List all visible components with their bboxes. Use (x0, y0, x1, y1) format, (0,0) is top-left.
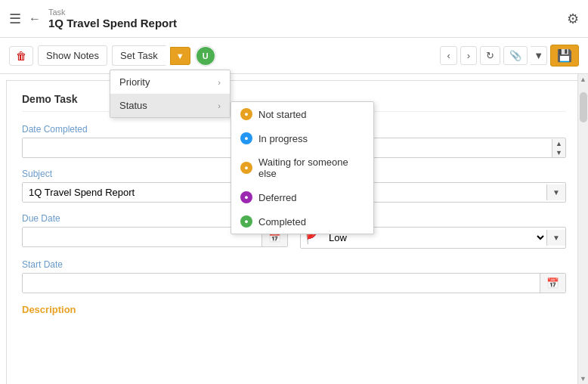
spin-down[interactable]: ▼ (552, 148, 565, 157)
toolbar: 🗑 Show Notes Set Task ▼ U ‹ › ↻ 📎 ▼ 💾 Pr… (0, 38, 588, 74)
start-date-row: Start Date 📅 (22, 259, 566, 293)
attach-button[interactable]: 📎 (503, 46, 528, 65)
chevron-right-icon: › (218, 78, 221, 87)
gear-icon[interactable]: ⚙ (567, 11, 579, 27)
dropdown-menu: Priority › Status › (110, 70, 231, 118)
chevron-right-icon: › (218, 101, 221, 110)
back-icon[interactable]: ← (29, 12, 41, 26)
status-waiting[interactable]: ● Waiting for someone else (231, 150, 373, 185)
scrollbar-thumb[interactable] (580, 92, 587, 122)
start-date-input[interactable] (23, 274, 540, 293)
start-date-label: Start Date (22, 259, 566, 270)
set-task-dropdown-button[interactable]: ▼ (170, 47, 190, 65)
subject-dropdown-icon[interactable]: ▼ (546, 184, 565, 200)
waiting-icon: ● (240, 162, 252, 174)
scrollbar-track[interactable]: ▲ ▼ (577, 74, 588, 384)
priority-dropdown-icon[interactable]: ▼ (546, 230, 565, 246)
deferred-icon: ● (240, 191, 252, 203)
status-not-started[interactable]: ● Not started (231, 102, 373, 126)
start-date-input-wrapper: 📅 (22, 273, 566, 293)
delete-button[interactable]: 🗑 (9, 46, 33, 66)
breadcrumb: Task (48, 8, 559, 17)
page-title: 1Q Travel Spend Report (48, 17, 559, 29)
header: ☰ ← Task 1Q Travel Spend Report ⚙ (0, 0, 588, 38)
status-in-progress[interactable]: ● In progress (231, 126, 373, 150)
spin-buttons: ▲ ▼ (552, 139, 565, 157)
completed-icon: ● (240, 215, 252, 228)
description-label: Description (22, 304, 566, 315)
show-notes-button[interactable]: Show Notes (38, 45, 107, 66)
scrollbar-down[interactable]: ▼ (578, 373, 588, 384)
scrollbar-bottom: ▼ (578, 373, 588, 384)
save-button[interactable]: 💾 (550, 45, 579, 67)
avatar: U (197, 47, 215, 65)
dropdown-item-priority[interactable]: Priority › (110, 70, 230, 94)
toolbar-right: ‹ › ↻ 📎 ▼ 💾 (440, 45, 579, 67)
avatar-button[interactable]: U (195, 45, 216, 67)
start-date-calendar-icon[interactable]: 📅 (540, 274, 565, 293)
refresh-button[interactable]: ↻ (480, 46, 500, 65)
due-date-input[interactable] (23, 228, 262, 246)
header-title-area: Task 1Q Travel Spend Report (48, 8, 559, 29)
dropdown-item-status[interactable]: Status › (110, 94, 230, 117)
in-progress-icon: ● (240, 132, 252, 144)
menu-icon[interactable]: ☰ (9, 11, 21, 27)
set-task-button[interactable]: Set Task (112, 45, 166, 66)
scrollbar-up[interactable]: ▲ (578, 74, 588, 85)
status-deferred[interactable]: ● Deferred (231, 185, 373, 209)
not-started-icon: ● (240, 108, 252, 120)
status-submenu: ● Not started ● In progress ● Waiting fo… (231, 101, 374, 234)
spin-up[interactable]: ▲ (552, 139, 565, 148)
next-button[interactable]: › (460, 46, 477, 65)
attach-arrow-button[interactable]: ▼ (531, 46, 547, 65)
status-completed[interactable]: ● Completed (231, 209, 373, 234)
prev-button[interactable]: ‹ (440, 46, 456, 65)
